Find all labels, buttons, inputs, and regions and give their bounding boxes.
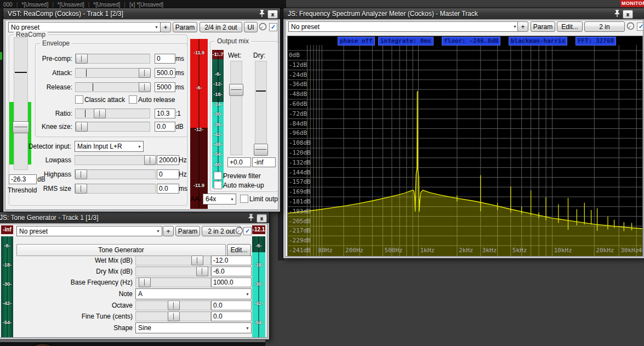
wet-fader[interactable]	[230, 61, 242, 155]
tonegen-titlebar[interactable]: JS: Tone Generator - Track 1 [1/3] x	[0, 212, 269, 223]
slider-handle[interactable]	[76, 54, 88, 64]
pin-icon[interactable]	[259, 9, 265, 19]
auto-makeup-checkbox[interactable]	[214, 181, 222, 189]
note-combo[interactable]: A▼	[135, 288, 252, 299]
ratio-slider[interactable]	[75, 109, 150, 118]
wet-knob-icon[interactable]	[235, 226, 243, 237]
knee-slider[interactable]	[75, 122, 150, 132]
analyzer-status-chip[interactable]: FFT: 32768	[575, 37, 616, 46]
tonegen-output-meter[interactable]: -12.1 -6--18--30--42--54-	[252, 225, 265, 338]
attack-slider[interactable]	[75, 68, 150, 78]
meter-scale-mark: -18-	[1, 262, 13, 268]
detector-combo[interactable]: Main Input L+R▼	[75, 141, 144, 152]
release-slider[interactable]	[75, 82, 150, 92]
fx-enabled-checkbox[interactable]: ✓	[243, 227, 252, 235]
fx-chain-tab[interactable]: *[Unsaved]	[21, 2, 48, 8]
highpass-slider[interactable]	[75, 169, 156, 179]
knee-value[interactable]: 0.0	[155, 122, 175, 132]
preset-add-button[interactable]: +	[163, 226, 174, 236]
fader-handle[interactable]	[229, 84, 243, 96]
spectrum-plot[interactable]: phase offintegrate: 0msfloor: -246.8dBbl…	[287, 36, 643, 257]
fx-chain-tab[interactable]: [x] *[Unsaved]	[129, 2, 163, 8]
pin-icon[interactable]	[614, 9, 620, 19]
slider-handle[interactable]	[75, 169, 87, 179]
preset-add-button[interactable]: +	[160, 22, 171, 32]
dry-value[interactable]: -inf	[252, 157, 276, 167]
slider-handle[interactable]	[191, 256, 203, 265]
octave-slider[interactable]	[135, 300, 211, 310]
preview-filter-checkbox[interactable]	[214, 172, 222, 180]
wet-knob-icon[interactable]	[259, 22, 267, 33]
lowpass-slider[interactable]	[75, 155, 156, 165]
limit-output-checkbox[interactable]	[240, 195, 248, 203]
octave-value[interactable]: 0.0	[211, 300, 252, 310]
rms-slider[interactable]	[75, 184, 156, 194]
param-button[interactable]: Param	[175, 226, 200, 236]
preset-combo[interactable]: No preset▼	[288, 21, 519, 32]
rms-value[interactable]: 0.0	[157, 184, 179, 194]
slider-handle[interactable]	[76, 122, 88, 132]
fx-enabled-checkbox[interactable]: ✓	[637, 22, 643, 31]
io-button[interactable]: 2 in	[584, 21, 625, 32]
auto-release-checkbox[interactable]	[129, 95, 137, 104]
fader-handle[interactable]	[254, 144, 268, 156]
wetmix-value[interactable]: -12.0	[211, 256, 252, 265]
basefreq-value[interactable]: 1000.0	[211, 277, 252, 287]
wetmix-slider[interactable]	[135, 256, 211, 265]
close-button[interactable]: x	[257, 214, 267, 223]
shape-combo[interactable]: Sine▼	[135, 322, 252, 333]
classic-attack-checkbox[interactable]	[75, 95, 83, 104]
tonegen-input-meter[interactable]: -inf -6--18--30--42--54-	[1, 225, 13, 338]
drymix-value[interactable]: -6.0	[211, 266, 252, 276]
fx-chain-tab[interactable]: *[Unsaved]	[93, 2, 120, 8]
slider-handle[interactable]	[75, 184, 87, 194]
highpass-value[interactable]: 0	[157, 169, 179, 179]
precomp-value[interactable]: 0	[155, 54, 175, 64]
preset-combo[interactable]: No preset▼	[16, 226, 162, 236]
slider-handle[interactable]	[94, 109, 106, 118]
aa-combo[interactable]: 64x▼	[203, 194, 236, 205]
slider-handle[interactable]	[168, 300, 180, 310]
param-button[interactable]: Param	[531, 21, 555, 32]
slider-handle[interactable]	[196, 266, 208, 276]
ratio-value[interactable]: 10.3	[155, 109, 175, 118]
pin-icon[interactable]	[248, 213, 254, 223]
param-button[interactable]: Param	[173, 22, 197, 32]
analyzer-titlebar[interactable]: JS: Frequency Spectrum Analyzer Meter (C…	[283, 8, 644, 19]
gain-reduction-meter[interactable]: -11.9-6--12--11.9	[190, 39, 208, 209]
wet-knob-icon[interactable]	[626, 22, 635, 32]
effect-name-header[interactable]: Tone Generator	[16, 244, 226, 256]
release-value[interactable]: 5000	[155, 82, 175, 92]
io-button[interactable]: 2/4 in 2 out	[200, 22, 242, 32]
edit-button[interactable]: Edit...	[227, 244, 251, 256]
ui-button[interactable]: UI	[244, 22, 258, 32]
fx-enabled-checkbox[interactable]: ✓	[269, 23, 277, 31]
edit-button[interactable]: Edit...	[557, 21, 583, 32]
basefreq-slider[interactable]	[135, 277, 211, 287]
reacomp-titlebar[interactable]: VST: ReaComp (Cockos) - Track 1 [2/3] x	[3, 8, 280, 19]
dry-fader[interactable]	[255, 61, 267, 155]
close-button[interactable]: x	[267, 10, 278, 19]
analyzer-status-chip[interactable]: integrate: 0ms	[378, 37, 434, 46]
slider-handle[interactable]	[144, 155, 156, 165]
slider-handle[interactable]	[139, 68, 151, 78]
fx-chain-tab[interactable]: 000	[3, 2, 13, 8]
drymix-slider[interactable]	[135, 266, 211, 276]
slider-handle[interactable]	[139, 82, 151, 92]
lowpass-value[interactable]: 20000	[157, 155, 179, 165]
analyzer-status-chip[interactable]: floor: -246.8dB	[442, 37, 500, 46]
slider-handle[interactable]	[139, 277, 151, 287]
finetune-slider[interactable]	[135, 311, 211, 321]
attack-value[interactable]: 500.0	[155, 68, 175, 78]
wet-value[interactable]: +0.0	[227, 157, 251, 167]
analyzer-status-chip[interactable]: blackman-harris	[509, 37, 567, 46]
finetune-value[interactable]: 0.0	[211, 311, 252, 321]
fx-chain-tab[interactable]: *[Unsaved]	[58, 2, 84, 8]
output-meter[interactable]: -11.7 -6--12--18--24--30--36--42--48--54…	[212, 50, 224, 188]
analyzer-status-chip[interactable]: phase off	[338, 37, 375, 46]
preset-add-button[interactable]: +	[517, 21, 528, 32]
close-button[interactable]: x	[623, 10, 633, 19]
chevron-down-icon: ▼	[246, 289, 249, 299]
precomp-slider[interactable]	[75, 54, 150, 64]
slider-handle[interactable]	[168, 311, 180, 321]
